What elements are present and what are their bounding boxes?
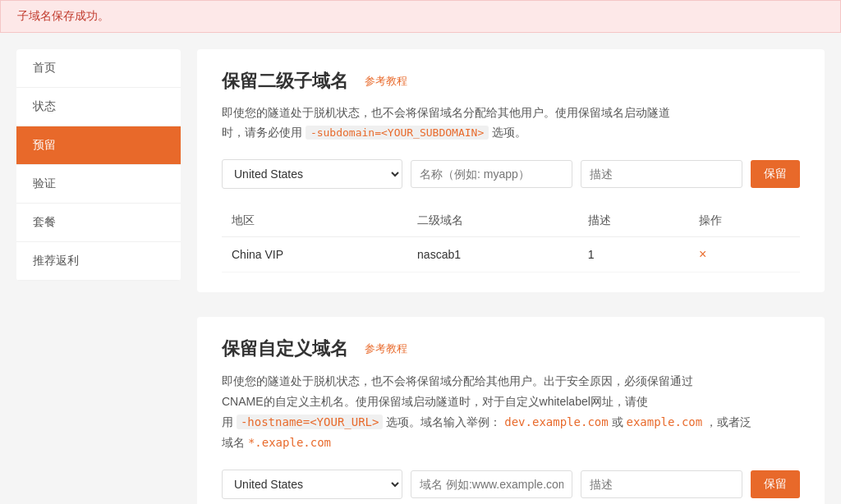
custom-domain-desc: 即使您的隧道处于脱机状态，也不会将保留域分配给其他用户。出于安全原因，必须保留通… xyxy=(222,371,800,454)
subdomain-desc: 即使您的隧道处于脱机状态，也不会将保留域名分配给其他用户。使用保留域名启动隧道 … xyxy=(222,103,800,143)
subdomain-desc-code: -subdomain=<YOUR_SUBDOMAIN> xyxy=(306,126,489,140)
sidebar-item-reserve[interactable]: 预留 xyxy=(16,126,181,165)
row-subdomain: nascab1 xyxy=(407,236,578,272)
subdomain-desc-line3: 选项。 xyxy=(492,126,526,139)
custom-desc-para2: CNAME的自定义主机名。使用保留域启动隧道时，对于自定义whitelabel网… xyxy=(222,395,648,408)
sidebar-item-home[interactable]: 首页 xyxy=(16,49,181,88)
custom-desc-code1: -hostname=<YOUR_URL> xyxy=(237,415,384,429)
subdomain-desc-line1: 即使您的隧道处于脱机状态，也不会将保留域名分配给其他用户。使用保留域名启动隧道 xyxy=(222,106,670,119)
subdomain-region-select[interactable]: United States China VIP Japan Germany xyxy=(222,159,402,189)
subdomain-header: 保留二级子域名 参考教程 xyxy=(222,69,800,94)
main-content: 保留二级子域名 参考教程 即使您的隧道处于脱机状态，也不会将保留域名分配给其他用… xyxy=(197,49,825,504)
custom-desc-para6: ，或者泛 xyxy=(705,415,751,428)
custom-domain-section: 保留自定义域名 参考教程 即使您的隧道处于脱机状态，也不会将保留域分配给其他用户… xyxy=(197,317,825,504)
success-message: 子域名保存成功。 xyxy=(17,9,109,22)
delete-subdomain-button[interactable]: × xyxy=(699,247,706,262)
subdomain-name-input[interactable] xyxy=(411,160,572,188)
sidebar-item-plan[interactable]: 套餐 xyxy=(16,204,181,242)
custom-desc-para4: 选项。域名输入举例： xyxy=(386,415,501,428)
custom-desc-para3: 用 xyxy=(222,415,233,428)
custom-desc-wildcard: *.exaple.com xyxy=(248,436,331,449)
custom-desc-para5: 或 xyxy=(612,415,623,428)
subdomain-col-desc: 描述 xyxy=(578,205,689,237)
custom-domain-title: 保留自定义域名 xyxy=(222,337,348,361)
custom-domain-header: 保留自定义域名 参考教程 xyxy=(222,337,800,361)
row-desc: 1 xyxy=(578,236,689,272)
custom-desc-example2: example.com xyxy=(626,415,702,428)
success-banner: 子域名保存成功。 xyxy=(0,0,841,33)
subdomain-table: 地区 二级域名 描述 操作 China VIP nascab1 1 × xyxy=(222,205,800,273)
custom-desc-para1: 即使您的隧道处于脱机状态，也不会将保留域分配给其他用户。出于安全原因，必须保留通… xyxy=(222,374,693,387)
table-row: China VIP nascab1 1 × xyxy=(222,236,800,272)
subdomain-desc-input[interactable] xyxy=(581,160,742,188)
subdomain-title: 保留二级子域名 xyxy=(222,69,348,94)
custom-domain-desc-input[interactable] xyxy=(581,470,742,498)
sidebar-item-verify[interactable]: 验证 xyxy=(16,165,181,204)
row-action: × xyxy=(689,236,800,272)
sidebar: 首页 状态 预留 验证 套餐 推荐返利 xyxy=(16,49,181,281)
sidebar-item-status[interactable]: 状态 xyxy=(16,88,181,126)
custom-desc-example1: dev.example.com xyxy=(504,415,608,428)
row-region: China VIP xyxy=(222,236,407,272)
subdomain-desc-line2: 时，请务必使用 xyxy=(222,126,302,139)
subdomain-save-button[interactable]: 保留 xyxy=(751,160,800,188)
custom-domain-save-button[interactable]: 保留 xyxy=(751,470,800,498)
subdomain-col-subdomain: 二级域名 xyxy=(407,205,578,237)
custom-domain-input[interactable] xyxy=(411,470,572,498)
subdomain-ref-link[interactable]: 参考教程 xyxy=(365,74,407,89)
custom-desc-para7: 域名 xyxy=(222,436,245,449)
subdomain-col-region: 地区 xyxy=(222,205,407,237)
sidebar-item-referral[interactable]: 推荐返利 xyxy=(16,242,181,281)
custom-domain-form-row: United States China VIP Japan Germany 保留 xyxy=(222,470,800,499)
page-layout: 首页 状态 预留 验证 套餐 推荐返利 保留二级子域名 参考教程 即使您的隧道处… xyxy=(0,33,841,504)
subdomain-col-action: 操作 xyxy=(689,205,800,237)
custom-domain-ref-link[interactable]: 参考教程 xyxy=(365,341,407,356)
subdomain-form-row: United States China VIP Japan Germany 保留 xyxy=(222,159,800,189)
custom-domain-region-select[interactable]: United States China VIP Japan Germany xyxy=(222,470,402,499)
subdomain-section: 保留二级子域名 参考教程 即使您的隧道处于脱机状态，也不会将保留域名分配给其他用… xyxy=(197,49,825,292)
